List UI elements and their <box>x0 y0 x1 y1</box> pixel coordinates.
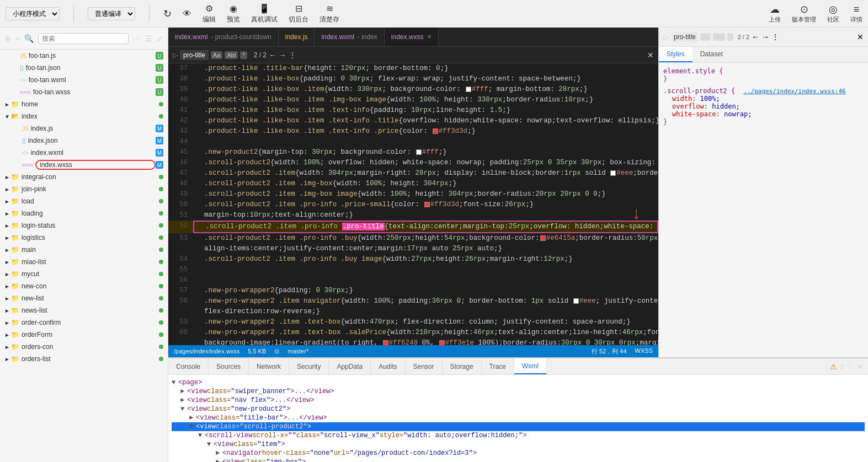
line-content-47[interactable]: .scroll-product2 .item{width: 304rpx;mar… <box>193 168 658 179</box>
sidebar-item-integral-con[interactable]: ► 📁 integral-con <box>0 171 168 183</box>
arrow-page[interactable]: ▼ <box>172 379 178 386</box>
refresh-button[interactable]: ↻ <box>163 8 172 20</box>
community-button[interactable]: ◎ 社区 <box>827 3 839 24</box>
arrow-scroll[interactable]: ▼ <box>189 423 196 431</box>
arrow-swiper[interactable]: ► <box>180 388 187 395</box>
sidebar-item-foo-tan-wxml[interactable]: <> foo-tan.wxml U <box>0 74 168 86</box>
right-search-menu[interactable]: ⋮ <box>771 33 779 41</box>
sidebar-item-join-pink[interactable]: ► 📁 join-pink <box>0 183 168 195</box>
html-line-item[interactable]: ▼ <view class= "item" > <box>172 440 865 449</box>
html-line-img-box[interactable]: ► <view class= "img-box" > <box>172 458 865 462</box>
sidebar-item-main[interactable]: ► 📁 main <box>0 244 168 256</box>
line-content-54[interactable]: .scroll-product2 .item .pro-info .buy im… <box>193 254 658 265</box>
sidebar-item-index-wxss[interactable]: wxss index.wxss M <box>0 159 168 171</box>
devtools-tab-storage[interactable]: Storage <box>443 358 482 374</box>
search-whole-word[interactable]: Abl <box>225 51 238 59</box>
sidebar-item-orders-list[interactable]: ► 📁 orders-list <box>0 353 168 365</box>
sidebar-item-load[interactable]: ► 📁 load <box>0 195 168 207</box>
sidebar-item-index-folder[interactable]: ▼ 📂 index <box>0 110 168 122</box>
line-content-46[interactable]: .scroll-product2{width: 100%; overflow: … <box>193 158 658 168</box>
sidebar-search-icon[interactable]: 🔍 <box>24 34 34 43</box>
sidebar-item-foo-tan-js[interactable]: JS foo-tan.js U <box>0 50 168 62</box>
line-content-58b[interactable]: flex-direction:row-reverse;} <box>193 307 658 317</box>
tab-dataset[interactable]: Dataset <box>693 47 731 62</box>
compile-select[interactable]: 普通编译 <box>88 7 135 20</box>
sidebar-item-news-list[interactable]: ► 📁 news-list <box>0 304 168 316</box>
upload-button[interactable]: ☁ 上传 <box>769 3 781 24</box>
sidebar-item-login-status[interactable]: ► 📁 login-status <box>0 219 168 232</box>
sidebar-item-index-wxml[interactable]: <> index.wxml M <box>0 147 168 159</box>
tab-index-js[interactable]: index.js <box>279 28 315 46</box>
devtools-tab-audits[interactable]: Audits <box>371 358 405 374</box>
style-source-link[interactable]: ../pages/index/index.wxss:46 <box>743 88 845 95</box>
tab-close-4[interactable]: ✕ <box>427 34 432 40</box>
line-content-38[interactable]: .product-like .like-box{padding: 0 30rpx… <box>193 74 658 84</box>
sidebar-item-orderForm[interactable]: ► 📁 orderForm <box>0 329 168 341</box>
tab-styles[interactable]: Styles <box>659 47 693 62</box>
arrow-nav[interactable]: ► <box>180 396 187 404</box>
search-close-button[interactable]: ✕ <box>647 51 654 60</box>
sidebar-item-order-confirm[interactable]: ► 📁 order-confirm <box>0 316 168 329</box>
sidebar-item-new-list[interactable]: ► 📁 new-list <box>0 292 168 304</box>
line-content-60b[interactable]: background-image:linear-gradient(to righ… <box>193 338 658 345</box>
sidebar-item-foo-tan-wxss[interactable]: wxss foo-tan.wxss U <box>0 86 168 98</box>
line-content-45[interactable]: .new-product2{margin-top: 30rpx; backgro… <box>193 147 658 158</box>
search-left-arrow[interactable]: ▷ <box>663 33 669 41</box>
search-regex[interactable]: * <box>240 51 247 59</box>
line-content-50[interactable]: .scroll-product2 .item .pro-info .price-… <box>193 200 658 210</box>
devtools-tab-trace[interactable]: Trace <box>482 358 514 374</box>
line-content-53[interactable]: .scroll-product2 .item .pro-info .buy{wi… <box>193 233 658 244</box>
sidebar-item-miao-list[interactable]: ► 📁 miao-list <box>0 256 168 268</box>
line-content-48[interactable]: .scroll-product2 .item .img-box{width: 1… <box>193 179 658 189</box>
compile-group[interactable]: ⚙ 编辑 <box>203 3 216 24</box>
cut-button[interactable]: ⊟ 切后台 <box>289 3 308 24</box>
html-line-page[interactable]: ▼ <page> <box>172 378 865 387</box>
devtools-tab-appdata[interactable]: AppData <box>329 358 371 374</box>
sidebar-item-logistics[interactable]: ► 📁 logistics <box>0 232 168 244</box>
html-line-scroll-product[interactable]: ▼ <view class= "scroll-product2" > <box>172 422 865 431</box>
tab-index-wxss[interactable]: index.wxss ✕ <box>385 28 439 46</box>
arrow-item[interactable]: ▼ <box>207 440 214 448</box>
search-whole-word-right[interactable]: Abl <box>713 33 725 41</box>
sidebar-item-mycut[interactable]: ► 📁 mycut <box>0 268 168 280</box>
line-content-60[interactable]: .new-pro-wrapper2 .item .text-box .saleP… <box>193 327 658 338</box>
line-content-58[interactable]: .new-pro-wrapper2 .item navigator{width:… <box>193 296 658 307</box>
sidebar-collapse-icon[interactable]: ☰ <box>145 34 152 43</box>
html-line-nav[interactable]: ► <view class= "nav flex" > ... </view> <box>172 396 865 405</box>
devtools-tab-sources[interactable]: Sources <box>209 358 249 374</box>
sidebar-search-input[interactable] <box>38 33 129 44</box>
details-button[interactable]: ≡ 详情 <box>850 4 862 24</box>
line-content-55[interactable] <box>193 265 658 275</box>
line-content-59[interactable]: .new-pro-wrapper2 .item .text-box{width:… <box>193 317 658 327</box>
version-button[interactable]: ⊙ 版本管理 <box>792 3 816 24</box>
sidebar-item-loading[interactable]: ► 📁 loading <box>0 207 168 219</box>
line-content-44[interactable] <box>193 137 658 147</box>
devtools-close-icon[interactable]: ✕ <box>857 362 864 371</box>
sidebar-more-icon[interactable]: ⋯ <box>133 34 141 43</box>
tab-index-wxml-index[interactable]: index.wxml - index <box>315 28 384 46</box>
html-line-title-bar[interactable]: ► <view class= "title-bar" > ... </view> <box>172 413 865 422</box>
line-content-52[interactable]: .scroll-product2 .item .pro-info .pro-ti… <box>193 221 658 233</box>
sidebar-pin-icon[interactable]: + <box>15 34 20 43</box>
right-search-next[interactable]: → <box>762 33 769 41</box>
clear-button[interactable]: ≋ 清楚存 <box>319 3 339 24</box>
search-prev-button[interactable]: ← <box>269 51 276 60</box>
arrow-navigator[interactable]: ► <box>216 449 222 457</box>
arrow-scroll-view[interactable]: ▼ <box>198 432 205 439</box>
sidebar-add-icon[interactable]: ⊕ <box>4 34 11 43</box>
html-line-navigator[interactable]: ► <navigator hover-class= "none" url= "/… <box>172 449 865 458</box>
sidebar-item-new-con[interactable]: ► 📁 new-con <box>0 280 168 292</box>
real-machine-button[interactable]: 📱 真机调试 <box>251 3 278 24</box>
devtools-tab-sensor[interactable]: Sensor <box>406 358 443 374</box>
line-content-49[interactable]: .scroll-product2 .item .img-box image{wi… <box>193 189 658 200</box>
sidebar-item-orders-con[interactable]: ► 📁 orders-con <box>0 341 168 353</box>
devtools-tab-network[interactable]: Network <box>249 358 289 374</box>
line-content-56[interactable] <box>193 275 658 286</box>
html-line-swiper[interactable]: ► <view class= "swiper_banner" > ... </v… <box>172 387 865 396</box>
line-content-43[interactable]: .product-like .like-box .item .text-info… <box>193 126 658 137</box>
sidebar-item-home[interactable]: ► 📁 home <box>0 98 168 110</box>
line-content-57[interactable]: .new-pro-wrapper2{padding: 0 30rpx;} <box>193 286 658 296</box>
devtools-tab-console[interactable]: Console <box>168 358 209 374</box>
search-all-button[interactable]: ⋮ <box>289 51 296 60</box>
tab-index-wxml-product[interactable]: index.wxml - product-countdown <box>168 28 279 46</box>
